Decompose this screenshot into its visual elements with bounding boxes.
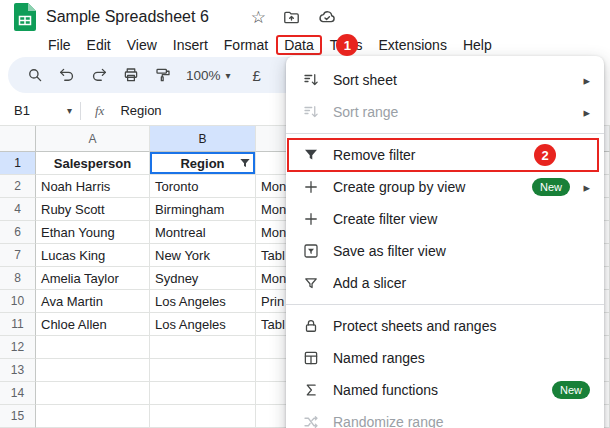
- plus-icon: [302, 178, 320, 196]
- row-header-6[interactable]: 6: [0, 221, 36, 244]
- row-header-7[interactable]: 7: [0, 244, 36, 267]
- row-header-8[interactable]: 8: [0, 267, 36, 290]
- new-badge: New: [552, 381, 590, 399]
- sort-icon: [302, 71, 320, 89]
- cell-A2[interactable]: Noah Harris: [36, 175, 150, 198]
- redo-icon[interactable]: [90, 66, 108, 84]
- menubar-item-insert[interactable]: Insert: [165, 35, 216, 55]
- cell-A8[interactable]: Amelia Taylor: [36, 267, 150, 290]
- menubar-item-data[interactable]: Data: [276, 35, 322, 55]
- formula-input[interactable]: Region: [120, 103, 161, 118]
- cell-B8[interactable]: Sydney: [150, 267, 256, 290]
- row-header-4[interactable]: 4: [0, 198, 36, 221]
- cell-reference: B1: [14, 103, 30, 118]
- menu-item-label: Save as filter view: [333, 243, 590, 259]
- column-header-a[interactable]: A: [36, 126, 150, 152]
- menu-item-named-functions[interactable]: Named functionsNew: [286, 374, 604, 406]
- column-header-b[interactable]: B: [150, 126, 256, 152]
- cell-B10[interactable]: Los Angeles: [150, 290, 256, 313]
- row-header-10[interactable]: 10: [0, 290, 36, 313]
- cell-B11[interactable]: Los Angeles: [150, 313, 256, 336]
- chevron-down-icon[interactable]: ▾: [67, 105, 72, 116]
- row-header-1[interactable]: 1: [0, 152, 36, 175]
- cell-B2[interactable]: Toronto: [150, 175, 256, 198]
- undo-icon[interactable]: [58, 66, 76, 84]
- menu-item-sort-range[interactable]: Sort range▸: [286, 96, 604, 128]
- menu-divider: [286, 304, 604, 305]
- paint-format-icon[interactable]: [154, 66, 172, 84]
- menubar: FileEditViewInsertFormatDataToolsExtensi…: [40, 33, 500, 57]
- menubar-item-extensions[interactable]: Extensions: [370, 35, 454, 55]
- menu-item-create-filter-view[interactable]: Create filter view: [286, 203, 604, 235]
- cell-A4[interactable]: Ruby Scott: [36, 198, 150, 221]
- name-box[interactable]: B1 ▾: [0, 103, 72, 118]
- menu-item-label: Sort range: [333, 104, 570, 120]
- filter-view-icon: [302, 242, 320, 260]
- sheets-logo-icon[interactable]: [14, 3, 36, 31]
- chevron-down-icon: ▾: [226, 70, 231, 81]
- menu-item-named-ranges[interactable]: Named ranges: [286, 342, 604, 374]
- cell-A7[interactable]: Lucas King: [36, 244, 150, 267]
- named-range-icon: [302, 349, 320, 367]
- active-filter-icon[interactable]: [238, 156, 252, 170]
- cell-B12[interactable]: [150, 336, 256, 359]
- cell-B13[interactable]: [150, 359, 256, 382]
- menu-item-protect-sheets-and-ranges[interactable]: Protect sheets and ranges: [286, 310, 604, 342]
- zoom-value: 100%: [186, 68, 221, 83]
- document-title[interactable]: Sample Spreadsheet 6: [46, 8, 209, 26]
- row-header-15[interactable]: 15: [0, 405, 36, 428]
- menu-item-save-as-filter-view[interactable]: Save as filter view: [286, 235, 604, 267]
- menu-item-remove-filter[interactable]: Remove filter: [286, 139, 604, 171]
- shuffle-icon: [302, 413, 320, 428]
- menu-item-label: Named ranges: [333, 350, 590, 366]
- formula-bar-divider: [80, 102, 81, 120]
- cell-A13[interactable]: [36, 359, 150, 382]
- cell-A6[interactable]: Ethan Young: [36, 221, 150, 244]
- cell-A14[interactable]: [36, 382, 150, 405]
- menubar-item-format[interactable]: Format: [216, 35, 276, 55]
- cell-B4[interactable]: Birmingham: [150, 198, 256, 221]
- menu-item-add-a-slicer[interactable]: Add a slicer: [286, 267, 604, 299]
- row-header-12[interactable]: 12: [0, 336, 36, 359]
- menu-item-create-group-by-view[interactable]: Create group by viewNew▸: [286, 171, 604, 203]
- menubar-item-help[interactable]: Help: [455, 35, 500, 55]
- menubar-item-view[interactable]: View: [119, 35, 165, 55]
- cell-B7[interactable]: New York: [150, 244, 256, 267]
- select-all-corner[interactable]: [0, 126, 36, 152]
- cloud-saved-icon: [317, 7, 337, 27]
- menu-item-label: Add a slicer: [333, 275, 590, 291]
- cell-A12[interactable]: [36, 336, 150, 359]
- fx-icon: fx: [95, 103, 104, 119]
- move-folder-icon[interactable]: [282, 8, 301, 27]
- slicer-icon: [302, 274, 320, 292]
- row-header-11[interactable]: 11: [0, 313, 36, 336]
- cell-B1[interactable]: Region: [150, 152, 256, 175]
- menu-divider: [286, 133, 604, 134]
- row-header-2[interactable]: 2: [0, 175, 36, 198]
- sort-icon: [302, 103, 320, 121]
- cell-A11[interactable]: Chloe Allen: [36, 313, 150, 336]
- cell-A15[interactable]: [36, 405, 150, 428]
- cell-B15[interactable]: [150, 405, 256, 428]
- row-header-13[interactable]: 13: [0, 359, 36, 382]
- cell-A10[interactable]: Ava Martin: [36, 290, 150, 313]
- menubar-item-file[interactable]: File: [40, 35, 79, 55]
- cell-B14[interactable]: [150, 382, 256, 405]
- menu-item-label: Protect sheets and ranges: [333, 318, 590, 334]
- lock-icon: [302, 317, 320, 335]
- star-icon[interactable]: ☆: [251, 9, 266, 26]
- menu-item-label: Randomize range: [333, 414, 590, 428]
- cell-B6[interactable]: Montreal: [150, 221, 256, 244]
- menu-item-label: Create group by view: [333, 179, 524, 195]
- currency-format-icon[interactable]: £: [253, 67, 261, 84]
- row-header-14[interactable]: 14: [0, 382, 36, 405]
- search-icon[interactable]: [26, 66, 44, 84]
- zoom-control[interactable]: 100% ▾: [186, 68, 231, 83]
- print-icon[interactable]: [122, 66, 140, 84]
- menu-item-label: Named functions: [333, 382, 544, 398]
- menu-item-randomize-range[interactable]: Randomize range: [286, 406, 604, 428]
- cell-A1[interactable]: Salesperson: [36, 152, 150, 175]
- menubar-item-edit[interactable]: Edit: [79, 35, 119, 55]
- new-badge: New: [532, 178, 570, 196]
- menu-item-sort-sheet[interactable]: Sort sheet▸: [286, 64, 604, 96]
